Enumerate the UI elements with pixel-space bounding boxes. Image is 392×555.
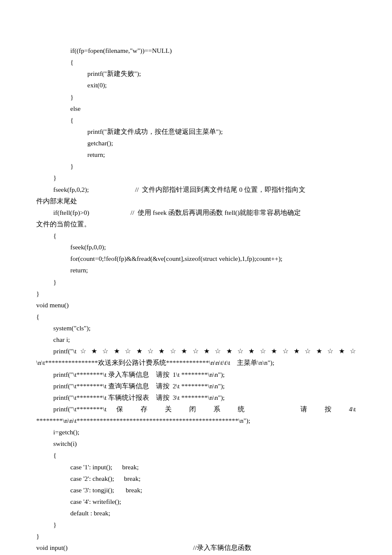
code-line: fseek(fp,0,0); bbox=[36, 241, 356, 253]
code-line: { bbox=[36, 114, 356, 126]
code-line: switch(i) bbox=[36, 438, 356, 449]
code-line: case '3': tongji(); break; bbox=[36, 484, 356, 496]
code-line: \n\t****************欢送来到公路计费系统**********… bbox=[36, 357, 356, 368]
code-line: 件内部末尾处 bbox=[36, 195, 356, 207]
code-line: system("cls"); bbox=[36, 322, 356, 334]
code-line: return; bbox=[36, 149, 356, 160]
code-line: } bbox=[36, 172, 356, 183]
code-line: void input() //录入车辆信息函数 bbox=[36, 542, 356, 553]
code-line: { bbox=[36, 311, 356, 322]
code-line: printf("\t********\t 录入车辆信息 请按 1\t *****… bbox=[36, 369, 356, 380]
code-line: { bbox=[36, 230, 356, 241]
code-line: for(count=0;!feof(fp)&&fread(&ve[count],… bbox=[36, 253, 356, 264]
code-line: printf("新建文件成功，按任意键返回主菜单"); bbox=[36, 126, 356, 137]
code-line: printf("新建失败"); bbox=[36, 68, 356, 79]
code-line: 文件的当前位置。 bbox=[36, 218, 356, 230]
code-line: ********\n\n\t**************************… bbox=[36, 415, 356, 426]
code-line: case '1': input(); break; bbox=[36, 461, 356, 473]
code-line: printf("\t********\t 保 存 关 闭 系 统 请 按 4\t bbox=[36, 403, 356, 415]
code-line: } bbox=[36, 160, 356, 172]
code-line: case '2': cheak(); break; bbox=[36, 473, 356, 484]
code-line: } bbox=[36, 288, 356, 299]
code-line: } bbox=[36, 276, 356, 288]
code-line: if(ftell(fp)>0) // 使用 fseek 函数后再调用函数 fte… bbox=[36, 207, 356, 218]
code-line: getchar(); bbox=[36, 137, 356, 149]
code-line: i=getch(); bbox=[36, 426, 356, 438]
code-line: else bbox=[36, 103, 356, 114]
code-line: case '4': writefile(); bbox=[36, 496, 356, 507]
code-line: } bbox=[36, 91, 356, 103]
code-line: { bbox=[36, 449, 356, 461]
code-line: } bbox=[36, 530, 356, 542]
code-line: return; bbox=[36, 264, 356, 276]
code-line: printf("\t********\t 查询车辆信息 请按 2\t *****… bbox=[36, 380, 356, 392]
code-line: printf("\t********\t 车辆统计报表 请按 3\t *****… bbox=[36, 392, 356, 403]
code-line: default : break; bbox=[36, 507, 356, 519]
code-line: void menu() bbox=[36, 299, 356, 311]
code-line: fseek(fp,0,2); // 文件内部指针退回到离文件结尾 0 位置，即指… bbox=[36, 184, 356, 195]
code-line: { bbox=[36, 56, 356, 68]
code-line: } bbox=[36, 519, 356, 530]
code-line: char i; bbox=[36, 334, 356, 345]
code-line: exit(0); bbox=[36, 79, 356, 91]
document-page: if((fp=fopen(filename,"w"))==NULL){print… bbox=[0, 0, 392, 555]
code-line: printf("\t ☆ ★ ☆ ★ ☆ ★ ☆ ★ ☆ ★ ☆ ★ ☆ ★ ☆… bbox=[36, 345, 356, 357]
code-line: if((fp=fopen(filename,"w"))==NULL) bbox=[36, 45, 356, 56]
